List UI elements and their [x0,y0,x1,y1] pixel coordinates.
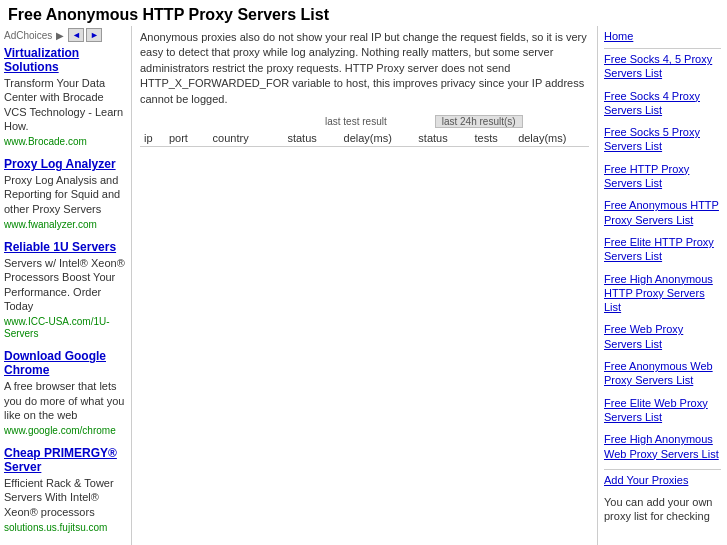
col-header-ip: ip [140,130,165,147]
ad-title-2[interactable]: Reliable 1U Servers [4,240,116,254]
sidebar-link-2[interactable]: Free Socks 5 Proxy Servers List [604,125,721,154]
sidebar-link-0[interactable]: Free Socks 4, 5 Proxy Servers List [604,52,721,81]
ad-title-0[interactable]: Virtualization Solutions [4,46,79,74]
proxy-table: ip port country status delay(ms) status … [140,130,589,147]
next-arrow[interactable]: ► [86,28,102,42]
home-link[interactable]: Home [604,30,721,42]
ad-block-1: Proxy Log Analyzer Proxy Log Analysis an… [4,157,127,230]
sidebar-link-1[interactable]: Free Socks 4 Proxy Servers List [604,89,721,118]
ad-text-3: A free browser that lets you do more of … [4,379,127,422]
sidebar-link-6[interactable]: Free High Anonymous HTTP Proxy Servers L… [604,272,721,315]
ad-text-4: Efficient Rack & Tower Servers With Inte… [4,476,127,519]
ad-url-1[interactable]: www.fwanalyzer.com [4,219,97,230]
ad-text-0: Transform Your Data Center with Brocade … [4,76,127,133]
table-container: last test result last 24h result(s) ip p… [140,115,589,147]
table-labels-row: last test result last 24h result(s) [140,115,589,128]
sidebar-link-3[interactable]: Free HTTP Proxy Servers List [604,162,721,191]
ad-choices-label: AdChoices [4,30,52,41]
ad-block-0: Virtualization Solutions Transform Your … [4,46,127,147]
sidebar-link-11[interactable]: Add Your Proxies [604,473,721,487]
last-test-label: last test result [325,116,387,127]
ad-title-1[interactable]: Proxy Log Analyzer [4,157,116,171]
col-header-country: country [209,130,284,147]
ad-url-3[interactable]: www.google.com/chrome [4,425,116,436]
ad-choices-bar: AdChoices ▶ ◄ ► [4,28,127,42]
col-header-tests: tests [470,130,514,147]
ad-block-3: Download Google Chrome A free browser th… [4,349,127,436]
prev-arrow[interactable]: ◄ [68,28,84,42]
sidebar-link-7[interactable]: Free Web Proxy Servers List [604,322,721,351]
ad-block-2: Reliable 1U Servers Servers w/ Intel® Xe… [4,240,127,339]
ad-choices-triangle: ▶ [56,30,64,41]
col-header-delay2: delay(ms) [514,130,589,147]
sidebar-link-4[interactable]: Free Anonymous HTTP Proxy Servers List [604,198,721,227]
ad-url-0[interactable]: www.Brocade.com [4,136,87,147]
center-content: Anonymous proxies also do not show your … [132,26,597,545]
ad-url-4[interactable]: solutions.us.fujitsu.com [4,522,107,533]
col-header-delay: delay(ms) [340,130,415,147]
ad-title-4[interactable]: Cheap PRIMERGY® Server [4,446,117,474]
ad-block-4: Cheap PRIMERGY® Server Efficient Rack & … [4,446,127,533]
description: Anonymous proxies also do not show your … [140,30,589,107]
sidebar-add-note: You can add your own proxy list for chec… [604,495,721,524]
ad-url-2[interactable]: www.ICC-USA.com/1U-Servers [4,316,110,339]
col-header-status: status [283,130,339,147]
col-header-status2: status [414,130,470,147]
table-header-row: ip port country status delay(ms) status … [140,130,589,147]
sidebar-divider-1 [604,469,721,470]
right-sidebar: Home Free Socks 4, 5 Proxy Servers List … [597,26,727,545]
sidebar-link-10[interactable]: Free High Anonymous Web Proxy Servers Li… [604,432,721,461]
last24-label: last 24h result(s) [435,115,523,128]
ad-text-2: Servers w/ Intel® Xeon® Processors Boost… [4,256,127,313]
nav-arrows: ◄ ► [68,28,102,42]
col-header-port: port [165,130,209,147]
sidebar-link-9[interactable]: Free Elite Web Proxy Servers List [604,396,721,425]
sidebar-link-5[interactable]: Free Elite HTTP Proxy Servers List [604,235,721,264]
ad-text-1: Proxy Log Analysis and Reporting for Squ… [4,173,127,216]
page-wrapper: Free Anonymous HTTP Proxy Servers List A… [0,0,727,545]
ad-title-3[interactable]: Download Google Chrome [4,349,106,377]
page-title: Free Anonymous HTTP Proxy Servers List [0,0,727,26]
content-area: AdChoices ▶ ◄ ► Virtualization Solutions… [0,26,727,545]
sidebar-link-8[interactable]: Free Anonymous Web Proxy Servers List [604,359,721,388]
sidebar-divider-0 [604,48,721,49]
left-sidebar: AdChoices ▶ ◄ ► Virtualization Solutions… [0,26,132,545]
